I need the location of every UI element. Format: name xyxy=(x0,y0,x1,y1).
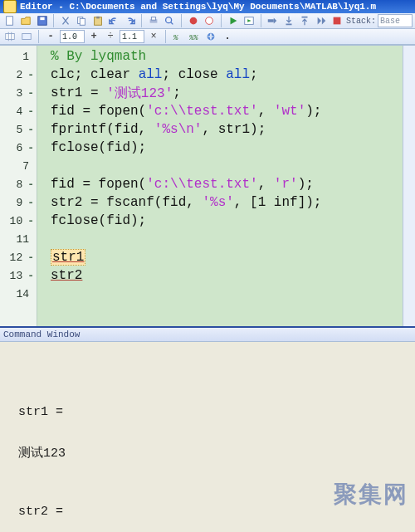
code-editor[interactable]: 12-3-4-5-6-78-9-10-1112-13-14 % By lyqma… xyxy=(0,45,415,326)
svg-point-11 xyxy=(206,17,213,25)
code-token: '%s\n' xyxy=(154,122,203,137)
publish-button[interactable]: . xyxy=(220,29,235,44)
code-token: ; xyxy=(173,85,181,100)
insert-cell-button[interactable] xyxy=(2,29,17,44)
svg-rect-13 xyxy=(268,19,274,22)
copy-button[interactable] xyxy=(75,13,89,28)
code-area[interactable]: % By lyqmathclc; clear all; close all;st… xyxy=(37,46,403,326)
svg-point-10 xyxy=(189,17,197,25)
code-token: fclose(fid); xyxy=(51,213,146,228)
toolbar-separator xyxy=(261,14,261,27)
gutter-line[interactable]: 6- xyxy=(0,139,37,157)
step-out-button[interactable] xyxy=(298,13,312,28)
command-window-title[interactable]: Command Window xyxy=(0,328,415,342)
code-line[interactable]: str2 = fscanf(fid, '%s', [1 inf]); xyxy=(37,193,403,212)
paste-button[interactable] xyxy=(90,13,105,28)
continue-button[interactable] xyxy=(314,13,328,28)
undo-button[interactable] xyxy=(107,13,121,28)
code-token: 'wt' xyxy=(274,104,305,119)
gutter-line[interactable]: 14 xyxy=(0,285,37,303)
step-button[interactable] xyxy=(266,13,280,28)
function-hint2-button[interactable]: %% xyxy=(187,29,202,44)
svg-text:%%: %% xyxy=(188,34,198,42)
find-button[interactable] xyxy=(163,13,177,28)
editor-scrollbar[interactable] xyxy=(403,46,415,326)
gutter-line[interactable]: 12- xyxy=(0,248,37,266)
code-line[interactable]: clc; clear all; close all; xyxy=(37,66,403,84)
code-line[interactable]: str1 xyxy=(37,248,403,266)
print-button[interactable] xyxy=(146,13,160,28)
svg-rect-16 xyxy=(334,17,341,25)
code-line[interactable]: fid = fopen('c:\\test.txt', 'wt'); xyxy=(37,102,403,120)
command-output-line xyxy=(18,465,412,485)
run-button[interactable] xyxy=(226,13,240,28)
zoom-div-button[interactable]: ÷ xyxy=(103,29,118,44)
command-output-line: 测试123 xyxy=(18,445,412,465)
stack-label: Stack: xyxy=(346,17,376,26)
zoom-plus-button[interactable]: + xyxy=(86,29,101,44)
gutter-line[interactable]: 2- xyxy=(0,66,37,84)
code-token: , str1); xyxy=(202,122,266,137)
gutter-line[interactable]: 7 xyxy=(0,157,37,175)
cut-button[interactable] xyxy=(58,13,72,28)
code-line[interactable]: % By lyqmath xyxy=(37,47,403,66)
new-file-button[interactable] xyxy=(2,13,17,28)
gutter-line[interactable]: 4- xyxy=(0,102,37,120)
clear-breakpoints-button[interactable] xyxy=(203,13,217,28)
zoom-field-1[interactable]: 1.0 xyxy=(60,30,85,43)
svg-rect-6 xyxy=(96,17,100,19)
stack-dropdown[interactable]: Base xyxy=(378,14,413,27)
gutter-line[interactable]: 3- xyxy=(0,84,37,102)
function-browser-button[interactable] xyxy=(203,29,218,44)
open-file-button[interactable] xyxy=(18,13,32,28)
exit-debug-button[interactable] xyxy=(330,13,344,28)
redo-button[interactable] xyxy=(123,13,137,28)
set-breakpoint-button[interactable] xyxy=(186,13,200,28)
svg-text:%: % xyxy=(173,33,179,42)
code-token: , [1 inf]); xyxy=(234,195,322,210)
svg-rect-8 xyxy=(151,17,155,21)
code-token: str1 = xyxy=(51,85,106,100)
code-line[interactable] xyxy=(37,230,403,248)
code-line[interactable]: str2 xyxy=(37,266,403,285)
command-window: Command Window str1 =测试123str2 =测试123 fx… xyxy=(0,326,415,532)
code-token: fprintf(fid, xyxy=(51,122,154,137)
svg-rect-4 xyxy=(81,18,85,25)
gutter-line[interactable]: 11 xyxy=(0,230,37,248)
svg-rect-18 xyxy=(22,34,32,40)
gutter-line[interactable]: 5- xyxy=(0,120,37,139)
zoom-mult-button[interactable]: × xyxy=(146,29,161,44)
line-gutter: 12-3-4-5-6-78-9-10-1112-13-14 xyxy=(0,46,37,326)
step-in-button[interactable] xyxy=(281,13,295,28)
svg-rect-14 xyxy=(286,24,291,26)
command-output-line xyxy=(18,385,412,405)
eval-cell-button[interactable] xyxy=(19,29,34,44)
code-line[interactable] xyxy=(37,285,403,303)
code-line[interactable]: fclose(fid); xyxy=(37,139,403,157)
editor-titlebar[interactable]: Editor - C:\Documents and Settings\lyq\M… xyxy=(0,0,415,13)
gutter-line[interactable]: 9- xyxy=(0,193,37,212)
gutter-line[interactable]: 10- xyxy=(0,212,37,230)
run-section-button[interactable] xyxy=(242,13,256,28)
save-button[interactable] xyxy=(35,13,49,28)
code-line[interactable]: fclose(fid); xyxy=(37,212,403,230)
code-line[interactable]: fprintf(fid, '%s\n', str1); xyxy=(37,120,403,139)
gutter-line[interactable]: 1 xyxy=(0,47,37,66)
zoom-field-2[interactable]: 1.1 xyxy=(120,30,144,43)
function-hint-button[interactable]: % xyxy=(170,29,185,44)
svg-rect-2 xyxy=(40,17,44,21)
command-window-body[interactable]: str1 =测试123str2 =测试123 fx >> xyxy=(0,342,415,532)
toolbar-separator xyxy=(141,14,142,27)
code-line[interactable] xyxy=(37,157,403,175)
gutter-line[interactable]: 8- xyxy=(0,175,37,193)
svg-rect-15 xyxy=(302,17,308,18)
code-line[interactable]: str1 = '测试123'; xyxy=(37,84,403,102)
gutter-line[interactable]: 13- xyxy=(0,266,37,285)
zoom-minus-button[interactable]: - xyxy=(43,29,58,44)
code-token: '%s' xyxy=(202,195,233,210)
toolbar-separator xyxy=(221,14,222,27)
svg-point-9 xyxy=(166,17,172,23)
code-line[interactable]: fid = fopen('c:\\test.txt', 'r'); xyxy=(37,175,403,193)
code-token: str2 = fscanf(fid, xyxy=(51,195,202,210)
svg-rect-0 xyxy=(6,17,12,26)
